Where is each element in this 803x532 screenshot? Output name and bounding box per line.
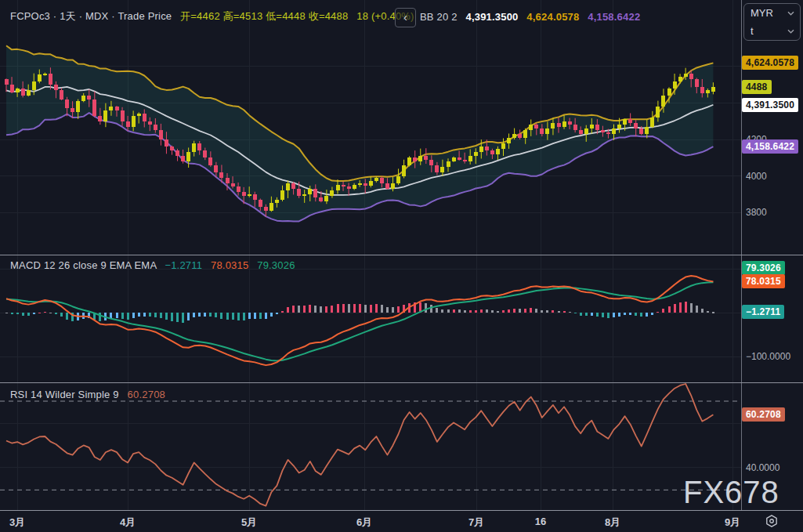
macd-legend: MACD 12 26 close 9 EMA EMA −1.2711 78.03…	[10, 259, 295, 271]
macd-signal-badge: 79.3026	[742, 261, 785, 275]
macd-name: MACD 12 26 close 9 EMA EMA	[10, 259, 157, 271]
macd-hist-badge: −1.2711	[742, 305, 784, 319]
bb-lower-value: 4,158.6422	[588, 11, 640, 23]
macd-signal-value: 79.3026	[257, 259, 295, 271]
axis-tick: 40.0000	[746, 462, 779, 473]
symbol-title: FCPOc3 · 1天 · MDX · Trade Price	[10, 10, 172, 22]
currency-label: MYR	[751, 7, 773, 19]
chevron-left-icon: ‹	[403, 10, 407, 24]
time-label: 9月	[725, 516, 740, 530]
time-label: 3月	[9, 516, 25, 530]
time-label: 4月	[120, 516, 136, 530]
hexagon-target-icon	[765, 514, 779, 528]
bb-lower-badge: 4,158.6422	[742, 139, 798, 154]
unit-label: t	[751, 25, 754, 37]
axis-tick: −100.0000	[746, 351, 790, 362]
price-axis[interactable]: 46004400420040003800−100.000040.00004,62…	[741, 0, 803, 510]
axis-settings-button[interactable]	[765, 514, 779, 528]
ohlc-values: 开=4462 高=4513 低=4448 收=4488	[180, 10, 348, 22]
time-label: 5月	[241, 516, 257, 530]
time-label: 8月	[605, 516, 620, 530]
pane-separator-macd[interactable]	[0, 255, 803, 255]
macd-line-badge: 78.0315	[742, 274, 785, 288]
rsi-name: RSI 14 Wilder Simple 9	[10, 389, 119, 400]
macd-line-value: 78.0315	[211, 259, 248, 271]
bb-basis-badge: 4,391.3500	[742, 98, 798, 112]
chevron-down-icon	[787, 29, 794, 34]
bb-legend: BB 20 2 4,391.3500 4,624.0578 4,158.6422	[420, 11, 640, 23]
last-price-badge: 4488	[742, 80, 772, 94]
rsi-legend: RSI 14 Wilder Simple 9 60.2708	[10, 389, 165, 400]
chevron-down-icon	[787, 11, 794, 16]
bb-upper-value: 4,624.0578	[526, 11, 579, 23]
pane-separator-rsi[interactable]	[0, 382, 803, 383]
rsi-badge: 60.2708	[742, 407, 785, 422]
legend-back-button[interactable]: ‹	[395, 8, 416, 27]
axis-tick: 3800	[746, 207, 767, 218]
time-label: 6月	[356, 516, 372, 530]
axis-tick: 4000	[746, 171, 767, 182]
unit-select[interactable]: t	[744, 22, 800, 40]
symbol-legend: FCPOc3 · 1天 · MDX · Trade Price 开=4462 高…	[10, 9, 414, 24]
time-label: 16	[535, 516, 546, 527]
currency-select[interactable]: MYR	[744, 4, 800, 22]
time-axis[interactable]: 3月4月5月6月7月168月9月	[0, 510, 803, 532]
macd-hist-value: −1.2711	[165, 259, 202, 271]
currency-unit-menu: MYR t	[743, 3, 801, 41]
rsi-value: 60.2708	[128, 389, 165, 400]
bb-upper-badge: 4,624.0578	[742, 56, 798, 70]
time-label: 7月	[468, 516, 484, 530]
chart-window: FCPOc3 · 1天 · MDX · Trade Price 开=4462 高…	[0, 0, 803, 532]
bb-basis-value: 4,391.3500	[465, 11, 518, 23]
bb-name: BB 20 2	[420, 11, 458, 23]
